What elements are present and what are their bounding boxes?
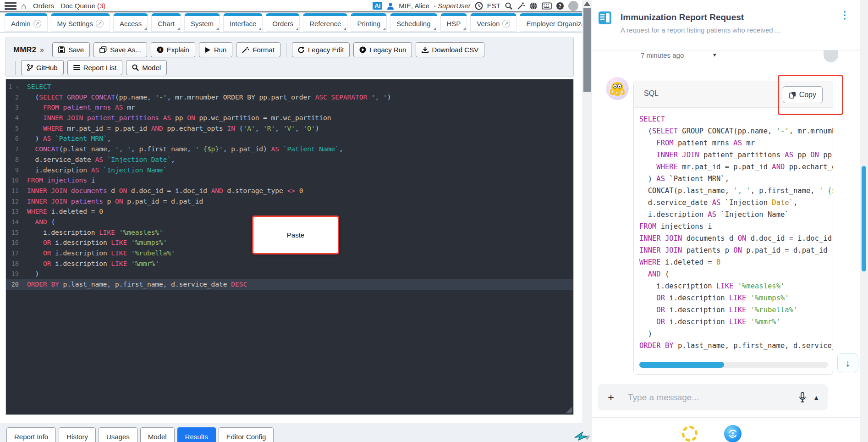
timestamp-caret-icon[interactable]: ▾ [713, 51, 716, 58]
editor-line-8[interactable]: 8 d.service_date AS `Injection Date`, [6, 155, 573, 165]
line-number: 20 [6, 279, 22, 290]
assistant-orb-icon[interactable] [724, 425, 742, 442]
sql-token: d.storage_type [223, 187, 287, 194]
nav-tab-printing[interactable]: Printing [351, 13, 387, 32]
nav-tab-system[interactable]: System [184, 13, 220, 32]
globe-icon[interactable] [529, 2, 538, 10]
scroll-to-bottom-button[interactable]: ↓ [837, 353, 858, 373]
nav-tab-orders[interactable]: Orders [266, 13, 300, 32]
editor-line-2[interactable]: 2 (SELECT GROUP_CONCAT(pp.name, '-', mr.… [6, 92, 573, 103]
nav-tab-reference[interactable]: Reference [303, 13, 347, 32]
sql-token: `Injection Name` [720, 210, 789, 219]
external-link-icon[interactable]: ↗ [96, 20, 104, 28]
breadcrumb-orders[interactable]: Orders [33, 2, 54, 10]
scrollbar-thumb[interactable] [583, 8, 591, 92]
sql-token [682, 246, 686, 254]
nav-tab-hsp[interactable]: HSP [440, 13, 467, 32]
button-label: Save As... [110, 46, 141, 54]
bottom-tab-history[interactable]: History [59, 427, 96, 442]
legacy-edit-button[interactable]: Legacy Edit [292, 42, 350, 57]
format-button[interactable]: Format [236, 42, 280, 57]
explain-button[interactable]: iExplain [151, 42, 195, 57]
sql-token: ) [387, 94, 391, 101]
paste-annotation-box[interactable]: Paste [252, 215, 339, 254]
download-csv-button[interactable]: Download CSV [416, 42, 484, 57]
pane-scrollbar[interactable] [582, 0, 592, 442]
home-icon[interactable]: ⌂ [21, 1, 27, 11]
help-icon[interactable]: ? [556, 2, 564, 10]
editor-line-4[interactable]: 4 INNER JOIN patient_partitions AS pp ON… [6, 113, 573, 123]
editor-line-11[interactable]: 11INNER JOIN documents d ON d.doc_id = i… [6, 186, 573, 196]
collapse-caret-icon[interactable]: ▲ [813, 394, 819, 401]
editor-line-1[interactable]: 1 ˅SELECT [6, 82, 573, 92]
editor-line-9[interactable]: 9 i.description AS `Injection Name` [6, 165, 573, 176]
report-list-button[interactable]: Report List [67, 60, 123, 75]
bottom-tab-editor-config[interactable]: Editor Config [219, 427, 274, 442]
editor-line-20[interactable]: 20ORDER BY p.last_name, p.first_name, d.… [6, 279, 573, 290]
magic-wand-icon[interactable] [517, 2, 525, 10]
model-button[interactable]: Model [126, 60, 167, 75]
nav-tab-my-settings[interactable]: My Settings↗ [51, 13, 110, 32]
scroll-up-arrow-icon[interactable] [584, 1, 590, 6]
github-button[interactable]: GitHub [21, 60, 64, 75]
editor-line-5[interactable]: 5 WHERE mr.pat_id = p.pat_id AND pp.echa… [6, 123, 573, 134]
search-icon[interactable] [505, 2, 513, 10]
fold-caret-icon[interactable]: ˅ [16, 84, 19, 90]
breadcrumb-doc-queue[interactable]: Doc Queue (3) [60, 2, 105, 10]
sql-token: CONCAT [648, 187, 674, 195]
editor-line-10[interactable]: 10FROM injections i [6, 175, 573, 186]
sql-token [665, 175, 669, 183]
editor-line-19[interactable]: 19 ) [6, 269, 573, 279]
editor-line-18[interactable]: 18 OR i.description LIKE '%mmr%' [6, 259, 573, 269]
nav-tab-version[interactable]: Version↗ [470, 13, 516, 32]
top-bar: ⌂ Orders Doc Queue (3) AI MIE, Alice - S… [0, 0, 582, 12]
avatar-placeholder[interactable] [568, 1, 578, 11]
editor-line-7[interactable]: 7 CONCAT(p.last_name, ', ', p.first_name… [6, 144, 573, 155]
bottom-tab-usages[interactable]: Usages [99, 427, 137, 442]
legacy-run-button[interactable]: Legacy Run [353, 42, 412, 57]
sql-token: pp.name [119, 94, 147, 101]
ai-badge[interactable]: AI [373, 2, 382, 10]
report-chevron[interactable]: » [40, 46, 44, 54]
sql-token: patient_mrns [63, 104, 111, 111]
dropdown-corner-icon [177, 28, 180, 30]
down-arrow-icon: ↓ [846, 357, 851, 369]
save-as--button[interactable]: Save As... [93, 42, 147, 57]
sql-token: Date` [772, 199, 793, 207]
external-link-icon[interactable]: ↗ [33, 20, 41, 28]
keyboard-icon[interactable] [542, 2, 552, 10]
chat-panel-icon [598, 11, 612, 25]
code-hscrollbar-thumb[interactable] [639, 362, 724, 368]
run-button[interactable]: Run [199, 42, 233, 57]
resize-handle-icon[interactable] [566, 407, 572, 414]
microphone-icon[interactable] [798, 392, 807, 403]
editor-line-6[interactable]: 6 ) AS `Patient MRN`, [6, 133, 573, 144]
sql-token: `Patient Name` [283, 145, 339, 153]
code-hscrollbar[interactable] [639, 362, 828, 368]
hamburger-menu-icon[interactable] [5, 2, 16, 10]
nav-tab-scheduling[interactable]: Scheduling [390, 13, 437, 32]
external-link-icon[interactable]: ↗ [502, 20, 510, 28]
editor-line-3[interactable]: 3 FROM patient_mrns AS mr [6, 102, 573, 113]
nav-tab-interface[interactable]: Interface [223, 13, 263, 32]
browser-scrollbar-thumb[interactable] [862, 166, 866, 271]
browser-scrollbar[interactable] [860, 0, 868, 442]
bottom-tab-results[interactable]: Results [177, 427, 216, 442]
sql-token [27, 125, 43, 132]
bottom-tab-model[interactable]: Model [140, 427, 175, 442]
nav-tab-access[interactable]: Access [113, 13, 148, 32]
sun-gear-icon[interactable] [682, 426, 698, 442]
sql-token: ( [733, 127, 737, 135]
kebab-menu-icon[interactable]: ⋮ [840, 10, 850, 20]
chat-code-line-14: AND ( [639, 268, 833, 280]
nav-tab-admin[interactable]: Admin↗ [5, 13, 48, 32]
save-button[interactable]: Save [52, 42, 90, 57]
message-input[interactable]: + Type a message... ▲ [598, 384, 828, 410]
bottom-tab-report-info[interactable]: Report Info [6, 427, 56, 442]
editor-line-12[interactable]: 12INNER JOIN patients p ON p.pat_id = d.… [6, 196, 573, 207]
sql-token: GROUP_CONCAT [682, 127, 733, 135]
nav-tab-chart[interactable]: Chart [151, 13, 181, 32]
nav-tab-employer-organizations[interactable]: Employer Organizations↗ [520, 13, 582, 32]
download-icon [422, 46, 429, 53]
attach-plus-icon[interactable]: + [608, 391, 614, 404]
